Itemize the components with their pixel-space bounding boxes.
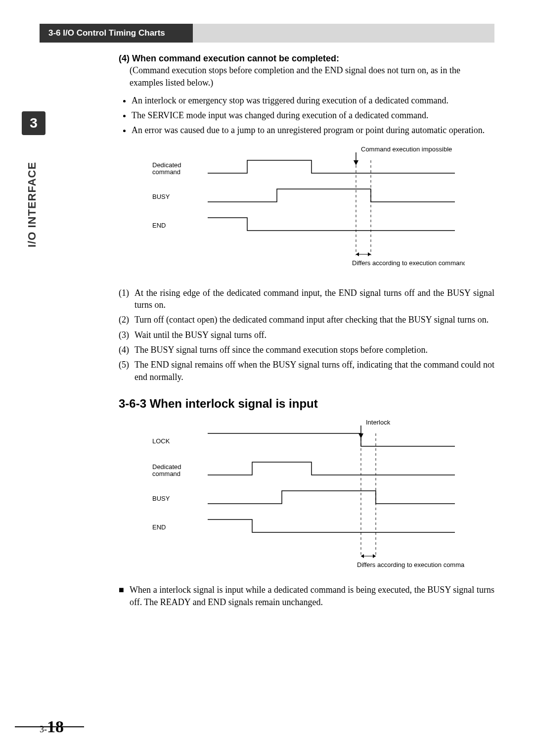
svg-text:Dedicated: Dedicated <box>152 463 181 471</box>
breadcrumb: 3-6 I/O Control Timing Charts <box>40 24 193 43</box>
interlock-text: When a interlock signal is input while a… <box>130 584 494 608</box>
list-item: An error was caused due to a jump to an … <box>132 124 494 136</box>
page-number: 3-18 <box>40 717 64 736</box>
heading-3-6-3: 3-6-3 When interlock signal is input <box>119 396 494 412</box>
svg-text:Command execution impossible: Command execution impossible <box>361 145 452 153</box>
page-prefix: 3- <box>40 724 47 734</box>
list-item: (2)Turn off (contact open) the dedicated… <box>119 314 494 326</box>
svg-text:command: command <box>152 168 180 176</box>
timing-diagram-2: InterlockLOCKDedicatedcommandBUSYENDDiff… <box>148 416 465 579</box>
svg-text:BUSY: BUSY <box>152 495 170 502</box>
bullet-list: An interlock or emergency stop was trigg… <box>132 94 494 137</box>
svg-text:Interlock: Interlock <box>366 419 391 426</box>
svg-text:command: command <box>152 470 180 477</box>
svg-marker-20 <box>373 554 376 558</box>
list-item: (1)At the rising edge of the dedicated c… <box>119 287 494 311</box>
page-num: 18 <box>47 717 64 736</box>
svg-text:END: END <box>152 523 166 531</box>
side-chapter-title: I/O INTERFACE <box>26 162 39 247</box>
list-item: (3)Wait until the BUSY signal turns off. <box>119 329 494 341</box>
svg-text:Differs according to execution: Differs according to execution command <box>352 259 465 267</box>
svg-marker-19 <box>361 554 364 558</box>
svg-text:BUSY: BUSY <box>152 193 170 200</box>
list-item: An interlock or emergency stop was trigg… <box>132 94 494 106</box>
list-item: The SERVICE mode input was changed durin… <box>132 109 494 121</box>
timing-diagram-1: Command execution impossibleDedicatedcom… <box>148 142 465 281</box>
chapter-tab: 3 <box>22 111 45 135</box>
svg-text:END: END <box>152 222 166 229</box>
svg-marker-6 <box>356 252 359 256</box>
numbered-steps: (1)At the rising edge of the dedicated c… <box>119 287 494 383</box>
svg-text:LOCK: LOCK <box>152 437 170 445</box>
header-bar: 3-6 I/O Control Timing Charts <box>40 24 494 43</box>
svg-marker-7 <box>368 252 371 256</box>
section-4-title: (4) When command execution cannot be com… <box>119 52 494 64</box>
interlock-paragraph: ■ When a interlock signal is input while… <box>119 584 494 608</box>
svg-text:Differs according to execution: Differs according to execution command <box>357 561 465 568</box>
svg-text:Dedicated: Dedicated <box>152 161 181 169</box>
content-area: (4) When command execution cannot be com… <box>119 49 494 716</box>
square-bullet-icon: ■ <box>119 584 130 608</box>
list-item: (5)The END signal remains off when the B… <box>119 359 494 383</box>
list-item: (4)The BUSY signal turns off since the c… <box>119 344 494 356</box>
section-4-intro: (Command execution stops before completi… <box>130 64 494 89</box>
